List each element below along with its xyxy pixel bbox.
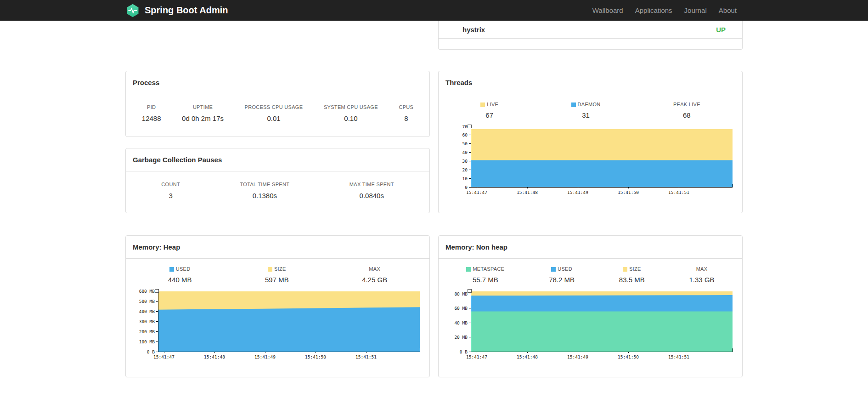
stat-uptime: UPTIME 0d 0h 2m 17s xyxy=(182,104,224,122)
legend-item-size: SIZE 597 MB xyxy=(265,266,289,284)
stat-label: COUNT xyxy=(161,182,180,188)
svg-text:500 MB: 500 MB xyxy=(139,299,155,304)
legend-item-size: SIZE 83.5 MB xyxy=(619,266,645,284)
navbar: Spring Boot Admin Wallboard Applications… xyxy=(0,0,868,21)
legend-value: 83.5 MB xyxy=(619,276,645,284)
svg-text:40 MB: 40 MB xyxy=(454,320,468,325)
stat-label: MAX TIME SPENT xyxy=(349,182,394,188)
stat-value: 12488 xyxy=(142,114,161,122)
svg-text:40: 40 xyxy=(462,150,468,155)
spring-boot-admin-logo-icon xyxy=(125,3,140,18)
legend-value: 597 MB xyxy=(265,276,289,284)
nav-link-journal[interactable]: Journal xyxy=(678,6,713,14)
svg-text:600 MB: 600 MB xyxy=(139,289,155,294)
svg-text:200 MB: 200 MB xyxy=(139,329,155,334)
threads-chart-wrap: 70605040302010015:41:4715:41:4815:41:491… xyxy=(439,119,742,201)
nav-links: Wallboard Applications Journal About xyxy=(586,0,743,21)
svg-text:15:41:50: 15:41:50 xyxy=(305,354,326,359)
gc-stats: COUNT 3 TOTAL TIME SPENT 0.1380s MAX TIM… xyxy=(126,171,429,199)
memory-nonheap-panel: Memory: Non heap METASPACE 55.7 MB USED xyxy=(438,235,743,377)
process-stats: PID 12488 UPTIME 0d 0h 2m 17s PROCESS CP… xyxy=(126,94,429,122)
legend-label: MAX xyxy=(689,266,715,272)
svg-text:15:41:48: 15:41:48 xyxy=(517,354,538,359)
svg-text:20 MB: 20 MB xyxy=(454,335,468,340)
legend-label-text: USED xyxy=(176,266,191,272)
svg-text:15:41:48: 15:41:48 xyxy=(517,190,538,195)
legend-label: SIZE xyxy=(619,266,645,272)
content: Process PID 12488 UPTIME 0d 0h 2m 17s PR… xyxy=(125,21,743,377)
svg-text:20: 20 xyxy=(462,167,468,172)
nav-link-about[interactable]: About xyxy=(713,6,743,14)
legend-swatch-icon xyxy=(551,267,556,272)
legend-label: USED xyxy=(168,266,192,272)
stat-label: TOTAL TIME SPENT xyxy=(240,182,290,188)
legend-value: 55.7 MB xyxy=(466,276,504,284)
process-panel-title: Process xyxy=(126,71,429,94)
stat-process-cpu: PROCESS CPU USAGE 0.01 xyxy=(245,104,303,122)
svg-text:15:41:50: 15:41:50 xyxy=(618,190,639,195)
stat-pid: PID 12488 xyxy=(142,104,161,122)
threads-panel: Threads LIVE 67 DAEMON 3 xyxy=(438,71,743,213)
health-row-hystrix: hystrix UP xyxy=(439,21,742,39)
stat-gc-total-time: TOTAL TIME SPENT 0.1380s xyxy=(240,182,290,199)
stat-value: 0d 0h 2m 17s xyxy=(182,114,224,122)
brand[interactable]: Spring Boot Admin xyxy=(125,3,228,18)
legend-item-used: USED 78.2 MB xyxy=(549,266,575,284)
svg-text:15:41:51: 15:41:51 xyxy=(668,354,689,359)
health-panel: hystrix UP xyxy=(438,21,743,50)
legend-swatch-icon xyxy=(466,267,471,272)
stat-value: 8 xyxy=(399,114,413,122)
threads-legend: LIVE 67 DAEMON 31 PEAK LIVE xyxy=(439,94,742,119)
svg-text:70: 70 xyxy=(462,124,468,129)
stat-label: PID xyxy=(142,104,161,110)
legend-label-text: LIVE xyxy=(487,102,498,108)
svg-text:50: 50 xyxy=(462,141,468,146)
navbar-inner: Spring Boot Admin Wallboard Applications… xyxy=(125,0,743,21)
legend-item-max: MAX 4.25 GB xyxy=(362,266,387,284)
legend-label-text: MAX xyxy=(369,266,380,272)
threads-area-chart: 70605040302010015:41:4715:41:4815:41:491… xyxy=(445,123,735,201)
svg-text:0 B: 0 B xyxy=(147,349,155,354)
svg-text:0 B: 0 B xyxy=(460,349,468,354)
threads-panel-title: Threads xyxy=(439,71,742,94)
svg-text:15:41:50: 15:41:50 xyxy=(618,354,639,359)
legend-item-daemon: DAEMON 31 xyxy=(571,102,601,119)
stat-cpus: CPUS 8 xyxy=(399,104,413,122)
legend-label: PEAK LIVE xyxy=(673,102,700,108)
nonheap-legend: METASPACE 55.7 MB USED 78.2 MB xyxy=(439,259,742,284)
svg-text:15:41:47: 15:41:47 xyxy=(466,190,487,195)
legend-value: 78.2 MB xyxy=(549,276,575,284)
legend-label-text: SIZE xyxy=(629,266,641,272)
svg-text:400 MB: 400 MB xyxy=(139,309,155,314)
legend-value: 4.25 GB xyxy=(362,276,387,284)
legend-label: MAX xyxy=(362,266,387,272)
svg-text:10: 10 xyxy=(462,176,468,181)
svg-text:15:41:48: 15:41:48 xyxy=(204,354,225,359)
nonheap-area-chart: 80 MB60 MB40 MB20 MB0 B15:41:4715:41:481… xyxy=(445,287,735,365)
nonheap-chart-wrap: 80 MB60 MB40 MB20 MB0 B15:41:4715:41:481… xyxy=(439,284,742,365)
stat-value: 0.1380s xyxy=(240,192,290,199)
legend-value: 1.33 GB xyxy=(689,276,715,284)
svg-text:60 MB: 60 MB xyxy=(454,306,468,311)
legend-value: 440 MB xyxy=(168,276,192,284)
legend-label: METASPACE xyxy=(466,266,504,272)
nav-link-applications[interactable]: Applications xyxy=(629,6,678,14)
legend-swatch-icon xyxy=(268,267,272,272)
legend-label-text: METASPACE xyxy=(473,266,504,272)
legend-swatch-icon xyxy=(623,267,627,272)
memory-nonheap-panel-title: Memory: Non heap xyxy=(439,236,742,259)
legend-item-metaspace: METASPACE 55.7 MB xyxy=(466,266,504,284)
legend-item-live: LIVE 67 xyxy=(480,102,498,119)
health-item-name: hystrix xyxy=(462,26,485,34)
svg-text:15:41:47: 15:41:47 xyxy=(466,354,487,359)
legend-label: USED xyxy=(549,266,575,272)
left-column: Process PID 12488 UPTIME 0d 0h 2m 17s PR… xyxy=(125,21,430,377)
stat-gc-max-time: MAX TIME SPENT 0.0840s xyxy=(349,182,394,199)
stat-label: CPUS xyxy=(399,104,413,110)
legend-label-text: MAX xyxy=(696,266,708,272)
svg-text:15:41:49: 15:41:49 xyxy=(254,354,276,359)
gc-panel-title: Garbage Collection Pauses xyxy=(126,148,429,171)
svg-text:30: 30 xyxy=(462,159,468,164)
nav-link-wallboard[interactable]: Wallboard xyxy=(586,6,629,14)
stat-value: 0.0840s xyxy=(349,192,394,199)
